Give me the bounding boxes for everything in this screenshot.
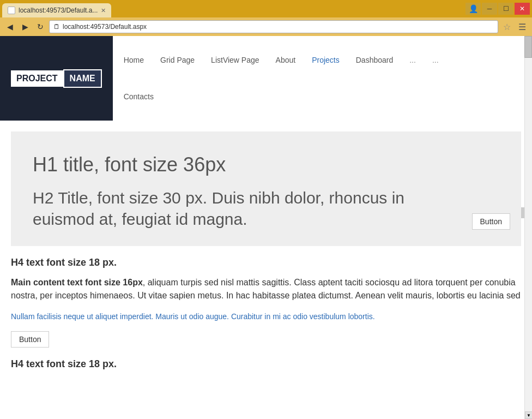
scrollbar-track: ▲ ▼ [524, 36, 532, 419]
hero-section: H1 title, font size 36px H2 Title, font … [11, 131, 521, 246]
tab-title: localhost:49573/Default.a... [19, 7, 98, 14]
h4-title-1: H4 text font size 18 px. [11, 257, 521, 268]
nav-buttons: ◀ ▶ ↻ [3, 20, 47, 33]
nav-grid-page[interactable]: Grid Page [160, 56, 195, 64]
nav-about[interactable]: About [276, 56, 296, 64]
back-button[interactable]: ◀ [3, 20, 16, 33]
scrollbar-arrow-down[interactable]: ▼ [525, 411, 532, 419]
tab-close-icon[interactable]: ✕ [101, 7, 106, 14]
close-button[interactable]: ✕ [515, 3, 530, 15]
scrollbar-thumb[interactable] [524, 36, 532, 58]
refresh-button[interactable]: ↻ [34, 20, 47, 33]
h4-title-2: H4 text font size 18 px. [11, 358, 521, 370]
nav-contacts[interactable]: Contacts [124, 92, 154, 101]
tab-area: localhost:49573/Default.a... ✕ [2, 0, 111, 17]
address-bar-input[interactable]: 🗒 localhost:49573/Default.aspx [49, 20, 498, 33]
nav-row-2: Contacts [124, 92, 521, 101]
user-icon-button[interactable]: 👤 [466, 3, 481, 15]
browser-chrome: localhost:49573/Default.a... ✕ 👤 ─ ☐ ✕ ◀… [0, 0, 532, 36]
logo: PROJECT NAME [11, 69, 102, 88]
maximize-button[interactable]: ☐ [498, 3, 513, 15]
site-header: PROJECT NAME Home Grid Page ListView Pag… [0, 36, 532, 121]
logo-area: PROJECT NAME [0, 36, 113, 121]
forward-button[interactable]: ▶ [19, 20, 32, 33]
logo-project-text: PROJECT [11, 70, 63, 87]
bookmark-star-icon[interactable]: ☆ [500, 20, 513, 33]
tab-favicon [8, 7, 15, 14]
browser-tab[interactable]: localhost:49573/Default.a... ✕ [2, 3, 111, 17]
link-paragraph: Nullam facilisis neque ut aliquet imperd… [11, 311, 521, 322]
nav-ellipsis-1[interactable]: ... [409, 56, 416, 64]
nav-ellipsis-2[interactable]: ... [432, 56, 439, 64]
main-text-bold: Main content text font size 16px [11, 278, 143, 287]
nav-listview-page[interactable]: ListView Page [211, 56, 259, 64]
window-controls: 👤 ─ ☐ ✕ [466, 3, 530, 15]
nav-projects[interactable]: Projects [312, 56, 340, 64]
browser-menu-icon[interactable]: ☰ [516, 20, 529, 33]
resize-handle[interactable] [521, 207, 524, 218]
nav-area: Home Grid Page ListView Page About Proje… [113, 36, 532, 121]
content-section: H4 text font size 18 px. Main content te… [0, 246, 532, 381]
nav-dashboard[interactable]: Dashboard [356, 56, 394, 64]
hero-h1: H1 title, font size 36px [33, 153, 499, 176]
minimize-button[interactable]: ─ [482, 3, 497, 15]
hero-button[interactable]: Button [472, 213, 510, 230]
content-button[interactable]: Button [11, 331, 49, 348]
page-content: PROJECT NAME Home Grid Page ListView Pag… [0, 36, 532, 419]
title-bar: localhost:49573/Default.a... ✕ 👤 ─ ☐ ✕ [0, 0, 532, 17]
hero-h2: H2 Title, font size 30 px. Duis nibh dol… [33, 187, 469, 230]
address-text: localhost:49573/Default.aspx [63, 23, 147, 31]
address-bar: ◀ ▶ ↻ 🗒 localhost:49573/Default.aspx ☆ ☰ [0, 17, 532, 36]
page-icon: 🗒 [53, 23, 61, 31]
nav-row-1: Home Grid Page ListView Page About Proje… [124, 56, 521, 64]
nav-home[interactable]: Home [124, 56, 144, 64]
logo-name-text: NAME [63, 69, 102, 88]
main-paragraph: Main content text font size 16px, aliqua… [11, 276, 521, 302]
